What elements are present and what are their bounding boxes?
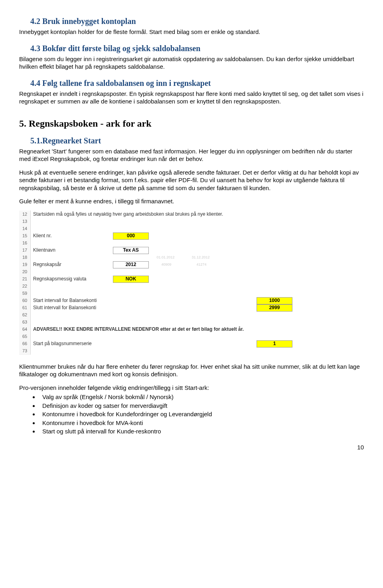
excel-note: Startsiden må også fylles ut nøyaktig hv… bbox=[31, 211, 223, 218]
faint-num-2: 41274 bbox=[184, 262, 219, 267]
para-5-1-a: Regnearket 'Start' fungerer som en datab… bbox=[19, 147, 364, 163]
list-item: Start og slutt på intervall for Kunde-re… bbox=[39, 427, 364, 435]
row-num: 22 bbox=[19, 282, 31, 290]
label-klient-nr: Klient nr. bbox=[31, 233, 113, 239]
label-regnskapsaar: Regnskapsår bbox=[31, 262, 113, 268]
row-num: 15 bbox=[19, 232, 31, 240]
para-5-1-b: Husk på at eventuelle senere endringer, … bbox=[19, 169, 364, 192]
para-5-1-e: Pro-versjonen inneholder følgende viktig… bbox=[19, 384, 364, 392]
para-4-4: Regnskapet er inndelt i regnskapsposter.… bbox=[19, 90, 364, 105]
excel-warning: ADVARSEL!! IKKE ENDRE INTERVALLENE NEDEN… bbox=[31, 326, 244, 333]
heading-4-3: 4.3 Bokfør ditt første bilag og sjekk sa… bbox=[30, 43, 364, 54]
row-num: 18 bbox=[19, 254, 31, 261]
page-number: 10 bbox=[19, 443, 364, 451]
heading-5-1: 5.1.Regnearket Start bbox=[30, 135, 364, 146]
row-num: 17 bbox=[19, 246, 31, 254]
list-item: Definisjon av koder og satser for merver… bbox=[39, 402, 364, 410]
list-item: Valg av språk (Engelsk / Norsk bokmål / … bbox=[39, 393, 364, 401]
label-bilagsnummer: Start på bilagsnummerserie bbox=[31, 341, 113, 347]
row-num: 13 bbox=[19, 218, 31, 225]
faint-date-1: 01.01.2012 bbox=[148, 255, 183, 260]
para-4-3: Bilagene som du legger inn i registrerin… bbox=[19, 55, 364, 71]
para-5-1-d: Klientnummer brukes når du har flere enh… bbox=[19, 363, 364, 378]
label-valuta: Regnskapsmessig valuta bbox=[31, 276, 113, 282]
heading-4-4: 4.4 Følg tallene fra saldobalansen og in… bbox=[30, 78, 364, 88]
row-num: 61 bbox=[19, 304, 31, 312]
row-num: 65 bbox=[19, 333, 31, 340]
label-klientnavn: Klientnavn bbox=[31, 247, 113, 254]
list-item: Kontonumre i hovedbok for MVA-konti bbox=[39, 419, 364, 427]
field-slutt-intervall[interactable]: 2999 bbox=[257, 304, 292, 312]
para-5-1-c: Gule felter er ment å kunne endres, i ti… bbox=[19, 197, 364, 205]
field-start-intervall[interactable]: 1000 bbox=[257, 297, 292, 304]
row-num: 73 bbox=[19, 347, 31, 355]
faint-num-1: 40909 bbox=[149, 262, 184, 267]
row-num: 20 bbox=[19, 268, 31, 276]
row-num: 64 bbox=[19, 326, 31, 333]
field-klientnavn[interactable]: Tex AS bbox=[113, 247, 149, 254]
row-num: 62 bbox=[19, 311, 31, 319]
row-num: 63 bbox=[19, 318, 31, 326]
row-num: 59 bbox=[19, 290, 31, 297]
pro-bullet-list: Valg av språk (Engelsk / Norsk bokmål / … bbox=[39, 393, 364, 435]
row-num: 21 bbox=[19, 275, 31, 283]
heading-4-2: 4.2 Bruk innebygget kontoplan bbox=[30, 16, 364, 26]
para-4-2: Innebygget kontoplan holder for de flest… bbox=[19, 28, 364, 36]
row-num: 16 bbox=[19, 239, 31, 247]
row-num: 19 bbox=[19, 261, 31, 268]
field-klient-nr[interactable]: 000 bbox=[113, 232, 149, 240]
row-num: 14 bbox=[19, 225, 31, 232]
field-valuta[interactable]: NOK bbox=[113, 276, 149, 283]
row-num: 60 bbox=[19, 297, 31, 304]
row-num: 66 bbox=[19, 340, 31, 348]
row-num: 12 bbox=[19, 211, 31, 218]
label-start-intervall: Start intervall for Balansekonti bbox=[31, 298, 113, 304]
field-regnskapsaar[interactable]: 2012 bbox=[113, 261, 149, 268]
list-item: Kontonumre i hovedbok for Kundefordringe… bbox=[39, 410, 364, 418]
field-bilagsnummer[interactable]: 1 bbox=[257, 340, 292, 348]
faint-date-2: 31.12.2012 bbox=[183, 255, 218, 260]
heading-5: 5. Regnskapsboken - ark for ark bbox=[19, 117, 364, 130]
excel-screenshot: 12Startsiden må også fylles ut nøyaktig … bbox=[19, 211, 364, 355]
label-slutt-intervall: Slutt intervall for Balansekonti bbox=[31, 305, 113, 311]
